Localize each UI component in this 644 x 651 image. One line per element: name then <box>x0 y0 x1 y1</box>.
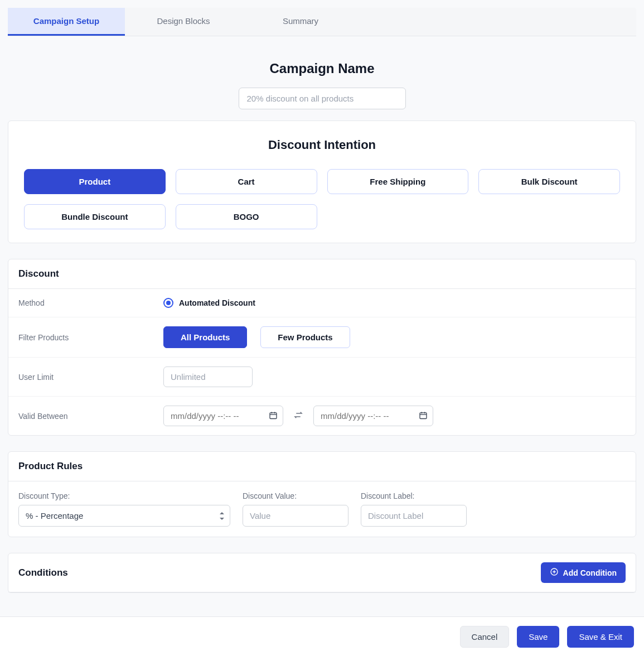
intention-option-free-shipping[interactable]: Free Shipping <box>327 169 469 194</box>
add-condition-button[interactable]: Add Condition <box>541 562 626 583</box>
discount-intention-heading: Discount Intention <box>24 138 620 152</box>
method-radio-label: Automated Discount <box>179 298 255 307</box>
tab-bar: Campaign Setup Design Blocks Summary <box>8 8 636 36</box>
conditions-header-label: Conditions <box>18 567 68 578</box>
valid-between-label: Valid Between <box>18 412 163 421</box>
filter-row: Filter Products All Products Few Product… <box>8 317 636 358</box>
valid-between-row: Valid Between <box>8 397 636 435</box>
campaign-name-input[interactable] <box>239 88 406 109</box>
discount-header-label: Discount <box>18 268 59 279</box>
discount-intention-card: Discount Intention Product Cart Free Shi… <box>8 120 636 243</box>
radio-icon <box>163 298 173 308</box>
method-radio-automated[interactable]: Automated Discount <box>163 298 255 308</box>
calendar-icon[interactable] <box>419 411 428 421</box>
footer-actions: Cancel Save Save & Exit <box>0 616 644 651</box>
user-limit-label: User Limit <box>18 373 163 382</box>
add-condition-label: Add Condition <box>563 568 617 577</box>
cancel-button[interactable]: Cancel <box>460 626 510 648</box>
plus-circle-icon <box>550 567 559 578</box>
chevron-updown-icon <box>219 512 225 520</box>
discount-value-input[interactable] <box>243 505 348 527</box>
conditions-header: Conditions Add Condition <box>8 553 636 592</box>
intention-option-bulk-discount[interactable]: Bulk Discount <box>478 169 620 194</box>
discount-label-label: Discount Label: <box>361 491 467 500</box>
save-exit-button[interactable]: Save & Exit <box>567 626 634 648</box>
conditions-card: Conditions Add Condition <box>8 553 636 593</box>
product-rules-header-label: Product Rules <box>18 461 83 472</box>
discount-value-label: Discount Value: <box>243 491 348 500</box>
svg-rect-1 <box>420 412 427 418</box>
filter-all-products-button[interactable]: All Products <box>163 326 247 348</box>
campaign-name-section: Campaign Name <box>8 44 636 120</box>
product-rules-card: Product Rules Discount Type: Discount Va… <box>8 451 636 537</box>
discount-label-field: Discount Label: <box>361 491 467 527</box>
save-button[interactable]: Save <box>517 626 559 648</box>
intention-option-product[interactable]: Product <box>24 169 166 194</box>
filter-few-products-button[interactable]: Few Products <box>260 326 350 348</box>
filter-label: Filter Products <box>18 333 163 342</box>
valid-start-wrap <box>163 406 283 426</box>
intention-options: Product Cart Free Shipping Bulk Discount… <box>24 169 620 229</box>
discount-type-label: Discount Type: <box>18 491 230 500</box>
discount-label-input[interactable] <box>361 505 467 527</box>
tab-design-blocks[interactable]: Design Blocks <box>125 8 242 36</box>
valid-start-input[interactable] <box>163 406 283 426</box>
tab-summary[interactable]: Summary <box>242 8 359 36</box>
user-limit-row: User Limit <box>8 358 636 397</box>
discount-header: Discount <box>8 259 636 289</box>
intention-option-bogo[interactable]: BOGO <box>176 204 317 229</box>
intention-option-cart[interactable]: Cart <box>176 169 317 194</box>
calendar-icon[interactable] <box>269 411 278 421</box>
valid-end-input[interactable] <box>313 406 433 426</box>
tab-campaign-setup[interactable]: Campaign Setup <box>8 8 125 36</box>
product-rules-header: Product Rules <box>8 452 636 481</box>
discount-card: Discount Method Automated Discount Filte… <box>8 259 636 436</box>
swap-icon <box>293 410 303 422</box>
user-limit-input[interactable] <box>163 367 253 387</box>
discount-type-field: Discount Type: <box>18 491 230 527</box>
method-label: Method <box>18 298 163 307</box>
method-row: Method Automated Discount <box>8 289 636 317</box>
svg-rect-0 <box>270 412 277 418</box>
campaign-name-heading: Campaign Name <box>8 61 636 76</box>
intention-option-bundle-discount[interactable]: Bundle Discount <box>24 204 166 229</box>
discount-type-select[interactable] <box>18 505 230 527</box>
valid-end-wrap <box>313 406 433 426</box>
discount-value-field: Discount Value: <box>243 491 348 527</box>
